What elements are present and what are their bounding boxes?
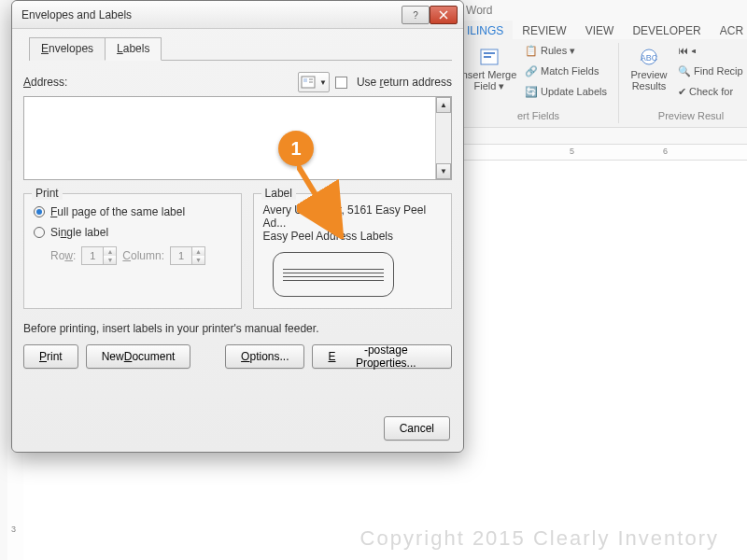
- print-groupbox: Print Full page of the same label Single…: [23, 193, 242, 309]
- close-button[interactable]: [430, 6, 458, 24]
- print-legend: Print: [32, 187, 63, 200]
- rules-icon: 📋: [525, 45, 538, 56]
- spinner-up-icon: ▲: [192, 247, 204, 256]
- tab-acrobat[interactable]: ACR: [711, 21, 747, 41]
- match-icon: 🔗: [525, 65, 538, 77]
- ribbon-insert-merge-field[interactable]: nsert MergeField ▾: [461, 47, 517, 91]
- column-spinner: ▲▼: [170, 246, 205, 265]
- tab-envelopes[interactable]: Envelopes: [29, 37, 106, 61]
- svg-text:?: ?: [413, 10, 418, 20]
- svg-rect-2: [484, 56, 491, 58]
- ribbon-nav-buttons[interactable]: ⏮ ◀: [678, 45, 697, 56]
- row-label: Row:: [50, 249, 76, 262]
- label-product-line: Easy Peel Address Labels: [263, 230, 442, 243]
- ribbon-rules-button[interactable]: 📋 Rules ▾: [525, 45, 575, 57]
- watermark: Copyright 2015 Clearly Inventory: [360, 526, 719, 551]
- spinner-down-icon: ▼: [104, 256, 116, 264]
- ribbon-match-fields-button[interactable]: 🔗 Match Fields: [525, 65, 599, 77]
- options-button[interactable]: Options...: [225, 344, 304, 369]
- tab-view[interactable]: VIEW: [576, 21, 624, 41]
- address-book-icon: [301, 76, 317, 89]
- close-icon: [439, 10, 448, 20]
- spinner-down-icon: ▼: [192, 256, 204, 264]
- nav-prev-icon[interactable]: ◀: [691, 45, 697, 56]
- label-legend: Label: [261, 187, 296, 200]
- address-label: Address:: [23, 76, 67, 89]
- envelopes-labels-dialog: Envelopes and Labels ? Envelopes Labels …: [11, 0, 464, 453]
- radio-single-label[interactable]: Single label: [34, 226, 232, 239]
- use-return-address-label: Use return address: [357, 76, 452, 89]
- svg-text:ABC: ABC: [641, 53, 658, 63]
- scroll-up-icon[interactable]: ▲: [436, 97, 451, 113]
- label-vendor-line: Avery US Letter, 5161 Easy Peel Ad...: [263, 203, 442, 230]
- ribbon-separator: [618, 43, 619, 123]
- nav-first-icon[interactable]: ⏮: [678, 45, 688, 56]
- radio-dot-icon: [34, 227, 45, 238]
- ribbon-tabstrip: ILINGS REVIEW VIEW DEVELOPER ACR: [458, 21, 747, 41]
- ribbon-check-errors[interactable]: ✔ Check for: [678, 86, 733, 98]
- spinner-up-icon: ▲: [104, 247, 116, 256]
- cancel-button[interactable]: Cancel: [384, 416, 450, 441]
- tab-labels[interactable]: Labels: [105, 37, 162, 61]
- printer-hint: Before printing, insert labels in your p…: [23, 322, 452, 335]
- dialog-titlebar[interactable]: Envelopes and Labels ?: [12, 1, 463, 29]
- ribbon-preview-results[interactable]: ABC PreviewResults: [626, 47, 672, 91]
- tab-developer[interactable]: DEVELOPER: [623, 21, 710, 41]
- address-scrollbar[interactable]: ▲ ▼: [435, 97, 451, 179]
- horizontal-ruler: 5 6: [458, 144, 747, 161]
- row-spinner: ▲▼: [81, 246, 117, 265]
- update-icon: 🔄: [525, 86, 538, 97]
- radio-dot-icon: [34, 206, 45, 217]
- ribbon-group-label-fields: ert Fields: [461, 110, 615, 121]
- preview-icon: ABC: [638, 47, 660, 67]
- epostage-button[interactable]: E-postage Properties...: [312, 344, 452, 369]
- tab-review[interactable]: REVIEW: [513, 21, 575, 41]
- scroll-down-icon[interactable]: ▼: [436, 163, 451, 179]
- address-book-button[interactable]: ▼: [298, 72, 330, 92]
- svg-rect-1: [484, 52, 495, 54]
- ribbon-group-label-preview: Preview Resul: [626, 110, 747, 121]
- new-document-button[interactable]: New Document: [86, 344, 191, 369]
- check-icon: ✔: [678, 86, 686, 97]
- column-input: [171, 247, 191, 264]
- dropdown-arrow-icon: ▼: [319, 78, 327, 87]
- svg-rect-9: [303, 78, 307, 82]
- ribbon-find-recipient[interactable]: 🔍 Find Recip: [678, 65, 743, 77]
- dialog-title: Envelopes and Labels: [21, 8, 132, 21]
- use-return-address-checkbox[interactable]: [335, 77, 347, 89]
- help-button[interactable]: ?: [402, 6, 430, 24]
- address-textarea[interactable]: [24, 97, 434, 179]
- print-button[interactable]: Print: [23, 344, 78, 369]
- merge-field-icon: [479, 47, 500, 67]
- row-input: [82, 247, 103, 264]
- label-groupbox[interactable]: Label Avery US Letter, 5161 Easy Peel Ad…: [253, 193, 452, 309]
- find-icon: 🔍: [678, 65, 691, 77]
- dialog-tabs: Envelopes Labels: [29, 36, 452, 61]
- help-icon: ?: [411, 10, 420, 20]
- ribbon-update-labels-button[interactable]: 🔄 Update Labels: [525, 86, 607, 98]
- ribbon-body: nsert MergeField ▾ 📋 Rules ▾ 🔗 Match Fie…: [458, 39, 747, 128]
- radio-full-page[interactable]: Full page of the same label: [34, 205, 232, 218]
- address-textarea-container: ▲ ▼: [23, 96, 452, 180]
- label-preview: [273, 252, 394, 297]
- tab-mailings[interactable]: ILINGS: [458, 21, 513, 41]
- column-label: Column:: [122, 249, 164, 262]
